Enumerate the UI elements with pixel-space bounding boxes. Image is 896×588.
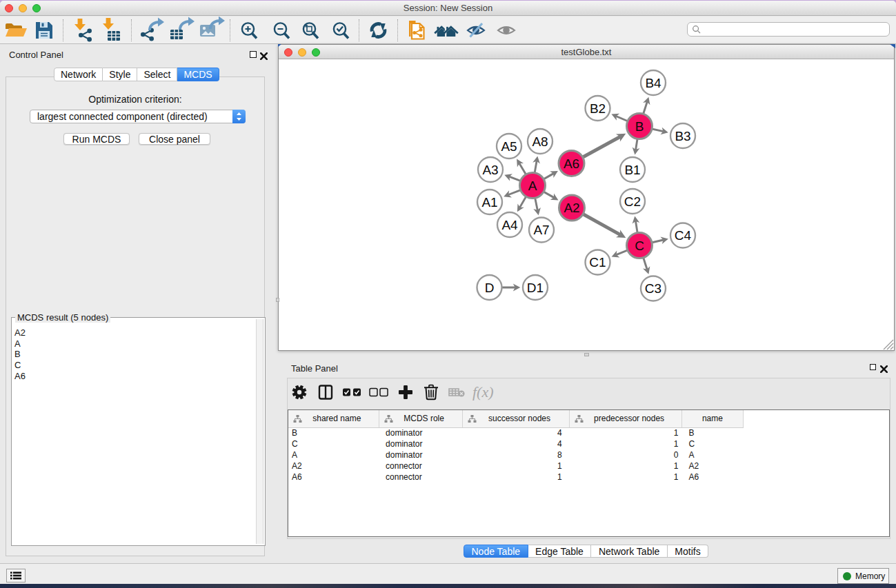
svg-text:A1: A1	[481, 195, 497, 210]
svg-text:B2: B2	[590, 101, 606, 116]
svg-text:A6: A6	[564, 156, 579, 171]
svg-text:D: D	[485, 281, 495, 295]
svg-text:A: A	[528, 179, 537, 193]
svg-text:B: B	[635, 119, 644, 134]
svg-text:A4: A4	[501, 218, 518, 232]
svg-text:f(x): f(x)	[472, 383, 494, 401]
svg-text:B3: B3	[675, 129, 690, 143]
svg-text:A3: A3	[482, 163, 498, 177]
svg-text:D1: D1	[527, 281, 544, 295]
svg-text:C3: C3	[645, 281, 661, 296]
svg-text:A8: A8	[532, 134, 548, 149]
svg-text:B1: B1	[624, 163, 640, 177]
svg-text:B4: B4	[645, 76, 661, 90]
svg-text:C4: C4	[675, 228, 692, 243]
svg-text:C2: C2	[624, 194, 641, 209]
svg-text:A2: A2	[564, 201, 579, 215]
svg-text:A5: A5	[501, 139, 517, 154]
svg-text:C: C	[635, 239, 644, 253]
svg-text:C1: C1	[589, 255, 606, 270]
svg-text:A7: A7	[533, 223, 549, 237]
